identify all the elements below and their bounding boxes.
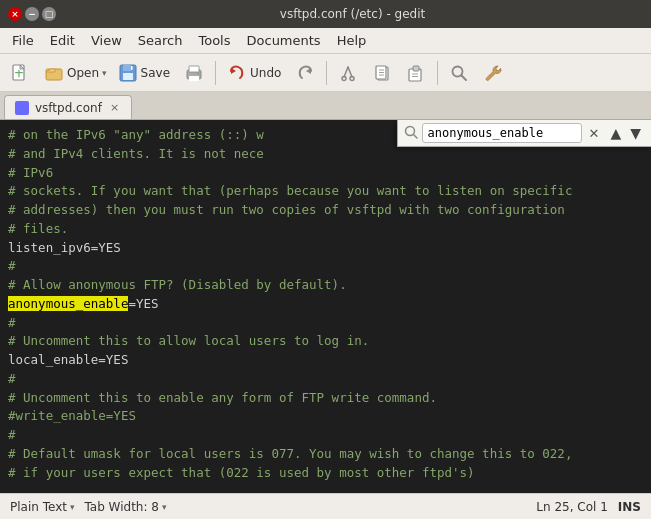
save-icon: [118, 63, 138, 83]
window-controls[interactable]: × − □: [8, 7, 56, 21]
cursor-position-label: Ln 25, Col 1: [536, 500, 608, 514]
menu-search[interactable]: Search: [130, 31, 191, 50]
window-title: vsftpd.conf (/etc) - gedit: [62, 7, 643, 21]
open-icon: [44, 63, 64, 83]
file-icon: [15, 101, 29, 115]
filetype-arrow-icon: ▾: [70, 502, 75, 512]
search-prev-button[interactable]: ▲: [606, 124, 625, 142]
search-clear-button[interactable]: ✕: [586, 125, 603, 142]
edit-mode-label: INS: [618, 500, 641, 514]
menu-edit[interactable]: Edit: [42, 31, 83, 50]
save-label: Save: [141, 66, 170, 80]
copy-button[interactable]: [366, 58, 398, 88]
svg-line-30: [413, 134, 417, 138]
svg-marker-12: [231, 68, 236, 74]
open-arrow-icon: ▾: [102, 68, 107, 78]
open-button[interactable]: Open ▾: [38, 58, 110, 88]
copy-icon: [372, 63, 392, 83]
svg-rect-9: [189, 66, 199, 72]
redo-icon: [295, 63, 315, 83]
save-button[interactable]: Save: [112, 58, 176, 88]
svg-line-28: [462, 75, 467, 80]
separator-1: [215, 61, 216, 85]
tools-icon: [483, 63, 503, 83]
tabbar: vsftpd.conf ×: [0, 92, 651, 120]
new-icon: [10, 63, 30, 83]
svg-rect-7: [131, 66, 133, 70]
code-editor[interactable]: # on the IPv6 "any" address (::) w # and…: [0, 120, 651, 493]
svg-rect-24: [413, 66, 419, 71]
highlighted-match: anonymous_enable: [8, 296, 128, 311]
tab-width-dropdown[interactable]: Tab Width: 8 ▾: [84, 500, 166, 514]
filetype-label: Plain Text: [10, 500, 67, 514]
svg-rect-5: [123, 65, 131, 71]
tools-button[interactable]: [477, 58, 509, 88]
minimize-button[interactable]: −: [25, 7, 39, 21]
search-input[interactable]: [422, 123, 582, 143]
svg-point-16: [342, 76, 346, 80]
filetype-dropdown[interactable]: Plain Text ▾: [10, 500, 74, 514]
undo-label: Undo: [250, 66, 281, 80]
menu-view[interactable]: View: [83, 31, 130, 50]
paste-icon: [406, 63, 426, 83]
search-nav: ▲ ▼: [606, 124, 645, 142]
tab-close-button[interactable]: ×: [108, 101, 121, 114]
svg-rect-2: [18, 69, 19, 77]
separator-3: [437, 61, 438, 85]
menu-file[interactable]: File: [4, 31, 42, 50]
print-icon: [184, 63, 204, 83]
menu-help[interactable]: Help: [329, 31, 375, 50]
undo-button[interactable]: Undo: [221, 58, 287, 88]
menubar: File Edit View Search Tools Documents He…: [0, 28, 651, 54]
close-button[interactable]: ×: [8, 7, 22, 21]
find-button[interactable]: [443, 58, 475, 88]
redo-button[interactable]: [289, 58, 321, 88]
print-button[interactable]: [178, 58, 210, 88]
paste-button[interactable]: [400, 58, 432, 88]
editor-container: ✕ ▲ ▼ # on the IPv6 "any" address (::) w…: [0, 120, 651, 493]
open-label: Open: [67, 66, 99, 80]
svg-line-14: [344, 67, 348, 77]
maximize-button[interactable]: □: [42, 7, 56, 21]
undo-icon: [227, 63, 247, 83]
tab-vsftpd[interactable]: vsftpd.conf ×: [4, 95, 132, 119]
svg-point-17: [350, 76, 354, 80]
toolbar: Open ▾ Save Undo: [0, 54, 651, 92]
svg-rect-6: [123, 73, 133, 80]
search-bar: ✕ ▲ ▼: [397, 120, 651, 147]
cursor-position: Ln 25, Col 1: [536, 500, 608, 514]
cut-icon: [338, 63, 358, 83]
svg-marker-13: [306, 68, 311, 74]
tab-width-arrow-icon: ▾: [162, 502, 167, 512]
titlebar: × − □ vsftpd.conf (/etc) - gedit: [0, 0, 651, 28]
edit-mode: INS: [618, 500, 641, 514]
statusbar: Plain Text ▾ Tab Width: 8 ▾ Ln 25, Col 1…: [0, 493, 651, 519]
menu-tools[interactable]: Tools: [190, 31, 238, 50]
tab-filename: vsftpd.conf: [35, 101, 102, 115]
menu-documents[interactable]: Documents: [239, 31, 329, 50]
svg-rect-10: [189, 76, 199, 81]
search-next-button[interactable]: ▼: [626, 124, 645, 142]
find-icon: [449, 63, 469, 83]
tab-width-label: Tab Width: 8: [84, 500, 158, 514]
svg-line-15: [348, 67, 352, 77]
svg-point-11: [198, 72, 200, 74]
new-button[interactable]: [4, 58, 36, 88]
cut-button[interactable]: [332, 58, 364, 88]
search-bar-icon: [404, 125, 418, 142]
separator-2: [326, 61, 327, 85]
